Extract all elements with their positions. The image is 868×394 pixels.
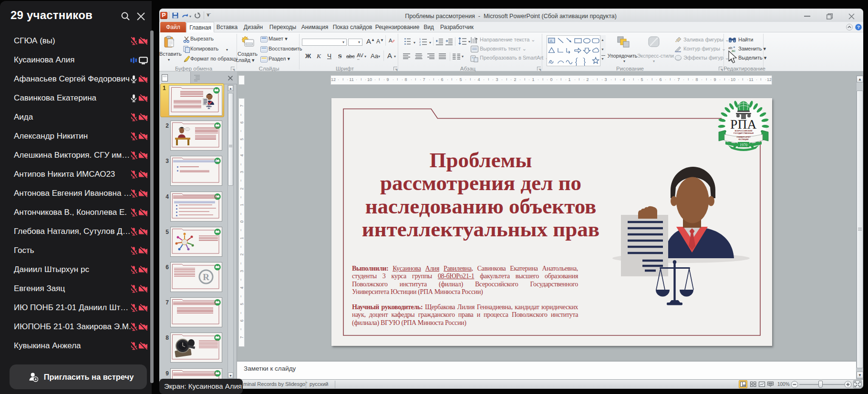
svg-text:ГОСУДАРСТВЕННЫЙ: ГОСУДАРСТВЕННЫЙ	[734, 132, 754, 134]
svg-text:3: 3	[419, 43, 421, 46]
svg-text:ЮСТИЦИИ: ЮСТИЦИИ	[739, 138, 749, 141]
svg-text:1970: 1970	[740, 143, 747, 147]
svg-text:A: A	[389, 38, 393, 43]
svg-text:A: A	[550, 39, 553, 43]
svg-text:?: ?	[857, 24, 860, 30]
svg-text:R: R	[203, 272, 209, 282]
